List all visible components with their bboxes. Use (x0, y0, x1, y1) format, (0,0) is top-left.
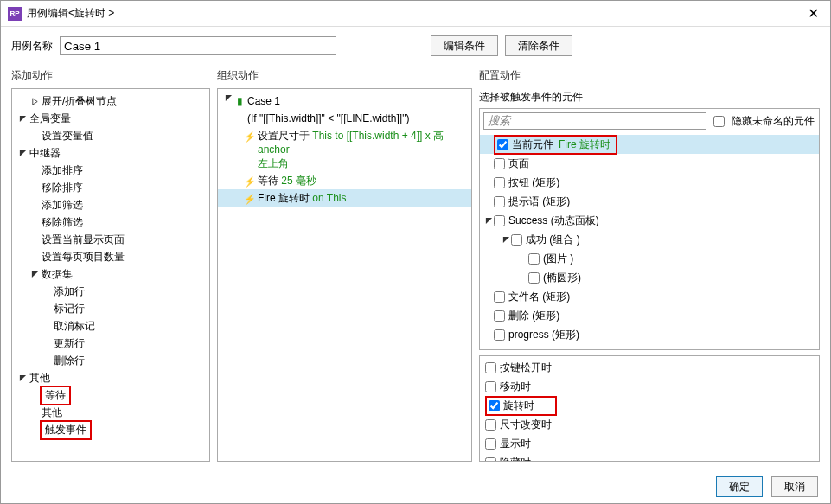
action-tree-label: 添加筛选 (40, 198, 83, 213)
expand-toggle-icon[interactable] (29, 271, 40, 278)
clear-condition-button[interactable]: 清除条件 (505, 35, 572, 56)
action-tree-item[interactable]: 标记行 (12, 300, 209, 317)
widget-checkbox[interactable] (511, 234, 522, 246)
bolt-icon: ⚡ (244, 129, 256, 143)
widget-search-row: 隐藏未命名的元件 (480, 109, 819, 135)
widget-tree-item[interactable]: (椭圆形) (480, 268, 819, 287)
widget-checkbox[interactable] (494, 329, 505, 341)
expand-toggle-icon[interactable] (483, 217, 494, 225)
svg-marker-5 (225, 95, 231, 101)
widget-search-input[interactable] (483, 112, 706, 130)
action-tree-item[interactable]: 全局变量 (12, 110, 209, 127)
action-tree-item[interactable]: 添加排序 (12, 162, 209, 179)
action-tree-item[interactable]: 取消标记 (12, 317, 209, 335)
event-checkbox[interactable] (485, 438, 496, 450)
action-tree-item[interactable]: 移除排序 (12, 179, 209, 196)
widget-tree[interactable]: 当前元件Fire 旋转时页面按钮 (矩形)提示语 (矩形)Success (动态… (480, 135, 819, 349)
widget-checkbox[interactable] (494, 215, 505, 226)
widget-tree-item[interactable]: (图片 ) (480, 249, 819, 268)
titlebar: RP 用例编辑<旋转时 > ✕ (1, 1, 830, 27)
cancel-button[interactable]: 取消 (771, 476, 818, 497)
event-list-item[interactable]: 尺寸改变时 (480, 415, 819, 434)
event-checkbox[interactable] (485, 362, 496, 373)
edit-condition-button[interactable]: 编辑条件 (431, 35, 498, 56)
event-list-item[interactable]: 移动时 (480, 377, 819, 396)
action-tree-label: 全局变量 (28, 112, 71, 126)
window-title: 用例编辑<旋转时 > (27, 6, 802, 21)
widget-select-section: 选择被触发事件的元件 隐藏未命名的元件 当前元件Fire 旋转时页面按钮 (矩形… (479, 88, 820, 350)
event-checkbox[interactable] (485, 419, 496, 431)
ok-button[interactable]: 确定 (716, 476, 763, 497)
org-action-row[interactable]: ⚡设置尺寸于 This to [[This.width + 4]] x 高 an… (218, 127, 471, 172)
hide-unnamed-checkbox[interactable]: 隐藏未命名的元件 (713, 114, 815, 129)
expand-toggle-icon[interactable] (501, 236, 511, 244)
widget-tree-item[interactable]: 文件名 (矩形) (480, 287, 819, 306)
case-name-input[interactable] (60, 36, 336, 55)
action-tree-item[interactable]: 其他 (12, 369, 209, 386)
widget-select-label: 选择被触发事件的元件 (479, 88, 820, 108)
action-tree-item[interactable]: 其他 (12, 404, 209, 421)
org-action-row[interactable]: ⚡Fire 旋转时 on This (218, 189, 471, 207)
widget-checkbox[interactable] (494, 158, 505, 169)
widget-tree-item[interactable]: 页面 (480, 154, 819, 173)
action-tree-item[interactable]: 触发事件 (12, 421, 209, 438)
expand-toggle-icon[interactable] (223, 94, 233, 102)
action-tree-item[interactable]: 删除行 (12, 352, 209, 369)
widget-checkbox[interactable] (528, 253, 540, 265)
event-list-item[interactable]: 显示时 (480, 434, 819, 453)
widget-tree-item[interactable]: 当前元件Fire 旋转时 (480, 135, 819, 154)
event-list[interactable]: 按键松开时移动时旋转时尺寸改变时显示时隐藏时 (479, 355, 820, 462)
org-action-row[interactable]: ⚡等待 25 毫秒 (218, 172, 471, 189)
event-list-item[interactable]: 按键松开时 (480, 358, 819, 377)
action-tree-label: 移除排序 (40, 181, 83, 195)
widget-checkbox[interactable] (528, 272, 540, 284)
widget-checkbox[interactable] (497, 139, 508, 150)
svg-marker-2 (19, 150, 25, 156)
widget-checkbox[interactable] (494, 177, 505, 188)
configure-action-title: 配置动作 (479, 65, 820, 88)
expand-toggle-icon[interactable] (17, 374, 28, 382)
widget-checkbox[interactable] (494, 196, 505, 207)
add-action-tree[interactable]: 展开/折叠树节点全局变量设置变量值中继器添加排序移除排序添加筛选移除筛选设置当前… (11, 88, 210, 462)
action-tree-item[interactable]: 数据集 (12, 265, 209, 283)
widget-label: (椭圆形) (543, 271, 581, 285)
expand-toggle-icon[interactable] (29, 98, 40, 105)
widget-tree-item[interactable]: 提示语 (矩形) (480, 192, 819, 211)
event-list-item[interactable]: 旋转时 (480, 396, 819, 415)
action-tree-item[interactable]: 展开/折叠树节点 (12, 93, 209, 110)
widget-checkbox[interactable] (494, 310, 505, 322)
widget-tree-item[interactable]: 成功 (组合 ) (480, 230, 819, 249)
widget-checkbox[interactable] (494, 291, 505, 303)
event-label: 旋转时 (503, 399, 534, 413)
svg-marker-1 (19, 115, 25, 121)
event-checkbox[interactable] (485, 457, 496, 463)
event-checkbox[interactable] (485, 381, 496, 392)
widget-label: 提示语 (矩形) (508, 195, 570, 209)
action-tree-item[interactable]: 等待 (12, 386, 209, 404)
event-list-item[interactable]: 隐藏时 (480, 453, 819, 462)
widget-tree-item[interactable]: Success (动态面板) (480, 211, 819, 230)
widget-tree-item[interactable]: progress (矩形) (480, 325, 819, 344)
widget-label: Success (动态面板) (508, 214, 599, 228)
action-tree-label: 移除筛选 (40, 215, 83, 230)
action-tree-item[interactable]: 添加行 (12, 283, 209, 300)
action-tree-item[interactable]: 设置变量值 (12, 127, 209, 144)
expand-toggle-icon[interactable] (17, 115, 28, 123)
organize-action-tree[interactable]: ▮ Case 1 (If "[[This.width]]" < "[[LINE.… (217, 88, 472, 462)
widget-tree-item[interactable]: 按钮 (矩形) (480, 173, 819, 192)
action-tree-item[interactable]: 设置当前显示页面 (12, 231, 209, 248)
widget-tree-item[interactable]: 删除 (矩形) (480, 306, 819, 325)
org-action-text: 等待 25 毫秒 (258, 174, 468, 188)
event-checkbox[interactable] (489, 400, 500, 411)
close-button[interactable]: ✕ (802, 3, 823, 24)
action-tree-item[interactable]: 更新行 (12, 335, 209, 352)
add-action-panel: 添加动作 展开/折叠树节点全局变量设置变量值中继器添加排序移除排序添加筛选移除筛… (11, 65, 210, 462)
expand-toggle-icon[interactable] (17, 150, 28, 157)
action-tree-item[interactable]: 添加筛选 (12, 196, 209, 214)
case-node[interactable]: ▮ Case 1 (218, 93, 471, 110)
org-action-text: Fire 旋转时 on This (258, 191, 468, 205)
action-tree-item[interactable]: 移除筛选 (12, 214, 209, 231)
action-tree-label: 标记行 (52, 302, 85, 316)
action-tree-item[interactable]: 中继器 (12, 144, 209, 162)
action-tree-item[interactable]: 设置每页项目数量 (12, 248, 209, 265)
